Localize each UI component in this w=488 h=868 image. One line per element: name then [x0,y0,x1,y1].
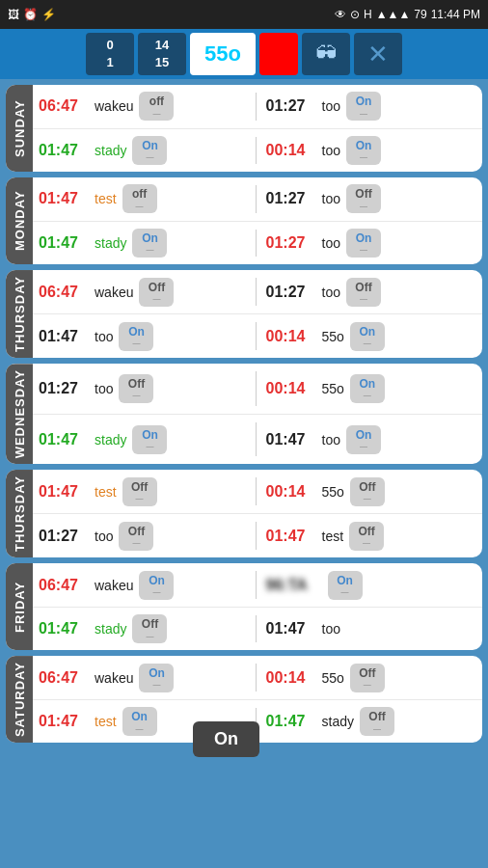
toggle-btn-right-monday-0[interactable]: Off— [346,184,381,213]
alarm-label-wednesday-1: stady [95,432,126,448]
divider [256,185,257,213]
alarm-time-wednesday-0: 01:27 [39,380,89,397]
alarm-label-saturday-1: test [95,714,117,729]
alarm-row-friday-1: 01:47stadyOff—01:47too [33,608,482,651]
toggle-btn-left-wednesday-0[interactable]: Off— [119,374,153,403]
alarm-left-saturday-0: 06:47wakeuOn— [39,664,250,692]
toggle-btn-left-sunday-1[interactable]: On— [132,136,167,165]
toggle-btn-right-saturday-0[interactable]: Off— [350,664,385,692]
toggle-btn-right-saturday-1[interactable]: Off— [360,707,394,736]
toggle-btn-right-wednesday-0[interactable]: On— [350,374,385,403]
alarm-label2-monday-1: too [322,235,340,251]
alarm-label-thursday-1: too [95,529,113,544]
toggle-btn-right-wednesday-1[interactable]: On— [346,425,381,454]
day-label-thursday: thursday [6,470,33,557]
alarm-left-thursday-0: 06:47wakeuOff— [39,278,250,307]
alarm-left-monday-1: 01:47stadyOn— [39,229,250,258]
alarm-row-friday-0: 06:47wakeuOn—96:TAOn— [33,563,482,608]
lightning-icon: ⚡ [41,8,56,21]
toggle-btn-right-thursday-1[interactable]: Off— [349,522,384,551]
toggle-btn-right-sunday-1[interactable]: On— [346,136,381,165]
nav-input-value: 55o [204,41,241,67]
nav-col-02[interactable]: 14 15 [138,33,186,75]
toggle-btn-left-friday-0[interactable]: On— [139,571,174,600]
toggle-btn-left-thursday-1[interactable]: Off— [119,522,153,551]
time-display: 11:44 PM [431,8,480,21]
alarm-label2-thursday-0: 55o [322,484,344,500]
divider [256,664,257,692]
alarm-time-wednesday-1: 01:47 [39,431,89,448]
nav-input[interactable]: 55o [190,33,256,75]
nav-close-button[interactable]: ✕ [354,33,402,75]
toggle-btn-left-saturday-1[interactable]: On— [122,707,157,736]
toggle-btn-right-friday-0[interactable]: On— [328,571,363,600]
nav-red-button[interactable] [259,33,298,75]
alarm-left-thursday-0: 01:47testOff— [39,477,250,506]
toggle-btn-right-thursday-0[interactable]: Off— [350,477,385,506]
alarm-row-saturday-0: 06:47wakeuOn—00:1455oOff— [33,656,482,700]
alarm-label2-thursday-1: test [322,529,344,544]
toggle-btn-right-thursday-1[interactable]: On— [350,322,385,351]
toggle-btn-right-monday-1[interactable]: On— [346,229,381,258]
nav-num-15: 15 [155,54,169,71]
alarm-time-saturday-0: 06:47 [39,669,89,687]
toggle-btn-right-thursday-0[interactable]: Off— [346,278,381,307]
day-card-thursday: thursday06:47wakeuOff—01:27tooOff—01:47t… [6,270,482,358]
divider [256,278,257,306]
alarm-row-monday-1: 01:47stadyOn—01:27tooOn— [33,222,482,265]
alarm-time-saturday-1: 01:47 [39,713,89,730]
eye-icon: 👁 [335,8,346,21]
alarm-time-thursday-0: 06:47 [39,284,89,301]
alarm-row-wednesday-0: 01:27tooOff—00:1455oOn— [33,364,482,415]
on-popup[interactable]: On [193,721,259,757]
alarm-icon: ⏰ [23,8,38,21]
alarm-time2-thursday-1: 00:14 [266,328,316,345]
alarm-row-monday-0: 01:47testoff—01:27tooOff— [33,177,482,222]
alarm-time2-saturday-0: 00:14 [266,669,316,687]
day-label-saturday: saturday [6,656,33,743]
day-content-thursday: 06:47wakeuOff—01:27tooOff—01:47tooOn—00:… [33,270,482,358]
toggle-btn-left-monday-0[interactable]: off— [122,184,157,213]
day-card-monday: monday01:47testoff—01:27tooOff—01:47stad… [6,177,482,264]
toggle-btn-left-saturday-0[interactable]: On— [139,664,174,692]
alarm-right-sunday-1: 00:14tooOn— [262,136,477,165]
toggle-btn-right-sunday-0[interactable]: On— [346,92,381,121]
divider [256,137,257,165]
day-content-monday: 01:47testoff—01:27tooOff—01:47stadyOn—01… [33,177,482,264]
alarm-left-sunday-1: 01:47stadyOn— [39,136,250,165]
alarm-time-friday-1: 01:47 [39,620,89,637]
day-content-thursday: 01:47testOff—00:1455oOff—01:27tooOff—01:… [33,470,482,557]
day-label-friday: friday [6,563,33,650]
toggle-btn-left-sunday-0[interactable]: off— [139,92,174,121]
toggle-btn-left-thursday-0[interactable]: Off— [139,278,174,307]
alarm-time-thursday-1: 01:27 [39,528,89,545]
h-indicator: H [364,8,372,21]
toggle-btn-left-wednesday-1[interactable]: On— [132,425,167,454]
alarm-label-thursday-0: test [95,484,117,500]
photo-icon: 🖼 [8,8,19,21]
day-content-friday: 06:47wakeuOn—96:TAOn—01:47stadyOff—01:47… [33,563,482,650]
day-content-sunday: 06:47wakeuoff—01:27tooOn—01:47stadyOn—00… [33,85,482,172]
alarm-left-friday-1: 01:47stadyOff— [39,614,250,643]
alarm-time2-friday-0: 96:TA [266,577,316,594]
alarm-row-thursday-1: 01:47tooOn—00:1455oOn— [33,314,482,358]
alarm-label2-thursday-1: 55o [322,329,344,344]
alarm-label2-thursday-0: too [322,285,340,300]
toggle-btn-left-monday-1[interactable]: On— [132,229,167,258]
top-nav: 0 1 14 15 55o 🕶 ✕ [0,29,488,79]
nav-glasses-button[interactable]: 🕶 [302,33,350,75]
day-label-thursday: thursday [6,270,33,358]
close-icon: ✕ [367,40,389,69]
toggle-btn-left-friday-1[interactable]: Off— [132,614,167,643]
toggle-btn-left-thursday-0[interactable]: Off— [122,477,157,506]
alarm-time2-wednesday-0: 00:14 [266,380,316,397]
divider [256,230,257,258]
alarm-time-sunday-1: 01:47 [39,142,89,159]
divider [256,422,257,457]
alarm-label-monday-0: test [95,191,117,206]
toggle-btn-left-thursday-1[interactable]: On— [119,322,153,351]
alarm-time-monday-0: 01:47 [39,190,89,207]
nav-col-01[interactable]: 0 1 [86,33,134,75]
alarm-label2-sunday-0: too [322,98,340,114]
alarm-label-sunday-1: stady [95,143,126,158]
